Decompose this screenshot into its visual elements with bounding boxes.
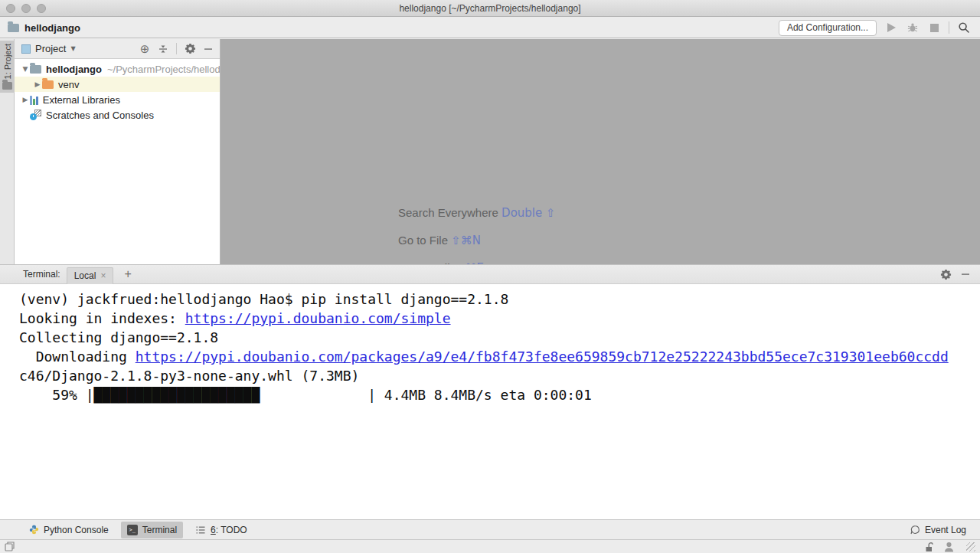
- expand-arrow-icon[interactable]: ▼: [21, 65, 30, 73]
- tree-row-hellodjango[interactable]: ▼ hellodjango ~/PycharmProjects/hellodja…: [15, 61, 220, 77]
- bug-icon: [907, 22, 918, 33]
- terminal-tab-local[interactable]: Local ×: [67, 267, 114, 284]
- project-panel-header: Project ▼ ⊕: [15, 39, 220, 59]
- libraries-icon: [30, 95, 38, 105]
- project-tab-folder-icon: [2, 82, 12, 90]
- crosshair-icon: ⊕: [140, 42, 150, 56]
- project-tree: ▼ hellodjango ~/PycharmProjects/hellodja…: [15, 59, 220, 264]
- gear-icon: [185, 43, 196, 54]
- terminal-text: 59% |████████████████████ | 4.4MB 8.4MB/…: [19, 387, 592, 403]
- todo-mnemonic: 6: [211, 525, 216, 535]
- expand-arrow-icon[interactable]: ▶: [33, 80, 42, 88]
- python-console-label: Python Console: [44, 525, 109, 535]
- breadcrumb-project-name: hellodjango: [24, 22, 80, 34]
- locate-file-button[interactable]: ⊕: [138, 42, 152, 56]
- todo-list-icon: [195, 525, 206, 535]
- hint-shortcut: ⇧⌘N: [451, 234, 481, 247]
- terminal-tab-label: Local: [74, 270, 96, 281]
- unlock-icon: [925, 542, 935, 552]
- close-tab-icon[interactable]: ×: [100, 271, 106, 280]
- window-titlebar: hellodjango [~/PycharmProjects/hellodjan…: [0, 0, 980, 17]
- highlighting-level-button[interactable]: [944, 542, 954, 552]
- venv-folder-icon: [42, 80, 54, 89]
- hint-label: Go to File: [398, 234, 448, 247]
- tree-item-label: venv: [58, 79, 79, 90]
- status-bar: [0, 539, 980, 553]
- terminal-line: 59% |████████████████████ | 4.4MB 8.4MB/…: [19, 385, 980, 404]
- terminal-header: Terminal: Local × +: [0, 264, 980, 284]
- left-tool-stripe: 1: Project 2: Favorites ★ 7: Structure: [0, 39, 15, 264]
- terminal-icon: >_: [127, 525, 138, 535]
- expand-arrow-icon[interactable]: ▶: [21, 96, 30, 103]
- toolbar-divider: [949, 21, 949, 34]
- run-button[interactable]: [884, 21, 898, 34]
- project-settings-button[interactable]: [183, 42, 197, 56]
- tree-item-label: hellodjango: [46, 64, 102, 75]
- search-icon: [958, 21, 970, 34]
- pycharm-window: hellodjango [~/PycharmProjects/hellodjan…: [0, 0, 980, 553]
- scratches-icon: [30, 110, 41, 120]
- terminal-settings-button[interactable]: [939, 267, 952, 281]
- search-everywhere-button[interactable]: [957, 21, 971, 34]
- tree-item-label: Scratches and Consoles: [46, 110, 154, 121]
- debug-button[interactable]: [906, 21, 920, 34]
- chevron-down-icon[interactable]: ▼: [70, 45, 75, 52]
- hide-panel-button[interactable]: [201, 42, 215, 56]
- terminal-link[interactable]: https://pypi.doubanio.com/packages/a9/e4…: [136, 348, 949, 365]
- terminal-line: (venv) jackfrued:hellodjango Hao$ pip in…: [19, 290, 980, 309]
- terminal-title: Terminal:: [23, 269, 60, 280]
- sidebar-tab-project[interactable]: 1: Project: [0, 41, 15, 93]
- python-icon: [29, 525, 39, 535]
- event-log-button[interactable]: Event Log: [903, 522, 972, 538]
- tree-row-external-libraries[interactable]: ▶ External Libraries: [15, 92, 220, 107]
- todo-button[interactable]: 6: TODO: [189, 522, 253, 538]
- panel-header-divider: [176, 43, 177, 54]
- editor-area: Search Everywhere Double ⇧ Go to File ⇧⌘…: [220, 39, 980, 264]
- window-title: hellodjango [~/PycharmProjects/hellodjan…: [0, 3, 980, 14]
- collapse-all-icon: [158, 44, 168, 54]
- terminal-button[interactable]: >_ Terminal: [121, 522, 183, 538]
- tree-row-scratches[interactable]: Scratches and Consoles: [15, 107, 220, 123]
- hide-terminal-button[interactable]: [959, 267, 972, 281]
- tree-item-label: External Libraries: [43, 94, 120, 106]
- new-terminal-tab-button[interactable]: +: [124, 267, 131, 281]
- stop-button[interactable]: [927, 21, 941, 34]
- project-view-icon: [21, 44, 31, 54]
- hint-shortcut: Double ⇧: [501, 206, 556, 220]
- toolbar-actions: Add Configuration...: [779, 20, 980, 36]
- tree-row-venv[interactable]: ▶ venv: [15, 77, 220, 92]
- hint-search-everywhere: Search Everywhere Double ⇧: [398, 206, 556, 220]
- hector-icon: [944, 542, 954, 552]
- gear-icon: [940, 269, 952, 280]
- terminal-link[interactable]: https://pypi.doubanio.com/simple: [185, 310, 451, 326]
- add-configuration-button[interactable]: Add Configuration...: [779, 20, 877, 36]
- minimize-icon: [204, 44, 213, 54]
- folder-icon: [30, 65, 41, 74]
- terminal-text: Looking in indexes:: [19, 310, 185, 326]
- event-log-label: Event Log: [925, 525, 966, 535]
- terminal-line: c46/Django-2.1.8-py3-none-any.whl (7.3MB…: [19, 366, 980, 385]
- readonly-toggle-button[interactable]: [925, 542, 935, 552]
- collapse-all-button[interactable]: [156, 42, 170, 56]
- project-tool-window: Project ▼ ⊕: [15, 39, 220, 264]
- project-panel-title[interactable]: Project: [35, 43, 66, 54]
- terminal-text: c46/Django-2.1.8-py3-none-any.whl (7.3MB…: [19, 368, 359, 384]
- main-toolbar: hellodjango Add Configuration...: [0, 18, 980, 38]
- terminal-line: Looking in indexes: https://pypi.doubani…: [19, 309, 980, 328]
- todo-label-rest: : TODO: [216, 525, 247, 535]
- todo-label: 6: TODO: [211, 525, 247, 535]
- python-console-button[interactable]: Python Console: [23, 522, 115, 538]
- terminal-output[interactable]: (venv) jackfrued:hellodjango Hao$ pip in…: [0, 284, 980, 519]
- resize-grip[interactable]: [966, 542, 975, 551]
- windows-icon: [5, 542, 15, 551]
- terminal-line: Collecting django==2.1.8: [19, 328, 980, 347]
- event-log-bubble-icon: [910, 525, 920, 535]
- terminal-text: (venv) jackfrued:hellodjango Hao$ pip in…: [19, 291, 508, 307]
- stop-icon: [930, 24, 939, 32]
- navigation-breadcrumb[interactable]: hellodjango: [0, 22, 80, 34]
- hide-tool-windows-button[interactable]: [5, 542, 15, 551]
- terminal-label: Terminal: [142, 525, 177, 535]
- shortcut-hints: Search Everywhere Double ⇧ Go to File ⇧⌘…: [398, 206, 556, 264]
- main-area: 1: Project 2: Favorites ★ 7: Structure P…: [0, 39, 980, 264]
- play-icon: [887, 23, 896, 32]
